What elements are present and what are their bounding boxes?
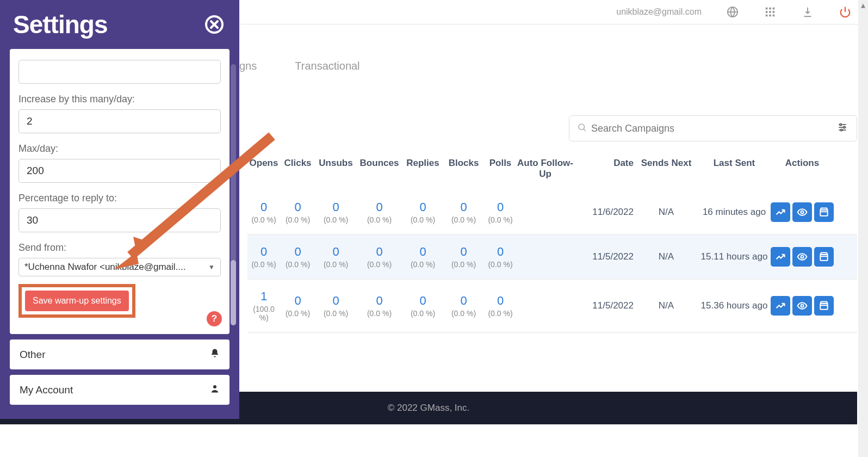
power-icon[interactable] (839, 5, 852, 18)
svg-rect-7 (773, 11, 775, 13)
svg-point-17 (844, 126, 845, 128)
cell-replies[interactable]: 0(0.0 %) (402, 245, 443, 269)
max-input[interactable] (18, 159, 221, 183)
svg-point-18 (841, 129, 842, 131)
svg-rect-4 (773, 8, 775, 10)
increase-input[interactable] (18, 109, 221, 133)
close-button[interactable] (204, 15, 224, 34)
table-row: 0(0.0 %)0(0.0 %)0(0.0 %)0(0.0 %)0(0.0 %)… (247, 235, 857, 280)
svg-rect-2 (766, 8, 768, 10)
cell-last-sent: 16 minutes ago (699, 207, 770, 218)
col-lastsent[interactable]: Last Sent (699, 158, 770, 180)
cell-actions (770, 202, 835, 222)
archive-action-icon[interactable] (814, 296, 834, 316)
cell-date: 11/6/2022 (574, 207, 634, 218)
svg-line-12 (584, 129, 586, 131)
cell-bounces[interactable]: 0(0.0 %) (356, 294, 402, 318)
scroll-up-icon[interactable]: ▴ (858, 0, 868, 10)
save-warmup-button[interactable]: Save warm-up settings (25, 291, 129, 311)
max-label: Max/day: (18, 143, 221, 155)
search-box[interactable] (569, 115, 857, 141)
cell-blocks[interactable]: 0(0.0 %) (443, 245, 484, 269)
svg-point-19 (801, 211, 804, 214)
cell-blocks[interactable]: 0(0.0 %) (443, 200, 484, 224)
tab-campaigns[interactable]: gns (239, 49, 257, 83)
cell-bounces[interactable]: 0(0.0 %) (356, 245, 402, 269)
stats-action-icon[interactable] (771, 296, 790, 316)
cell-sends-next: N/A (634, 207, 699, 218)
pct-input[interactable] (18, 208, 221, 232)
svg-rect-10 (773, 15, 775, 17)
cell-opens[interactable]: 1(100.0 %) (247, 289, 280, 322)
table-row: 1(100.0 %)0(0.0 %)0(0.0 %)0(0.0 %)0(0.0 … (247, 280, 857, 333)
col-blocks[interactable]: Blocks (443, 158, 484, 180)
from-select[interactable]: *Uchenna Nwafor <unikblaze@gmail.... ▼ (18, 258, 221, 276)
svg-point-28 (213, 385, 216, 388)
col-polls[interactable]: Polls (484, 158, 517, 180)
page-scrollbar[interactable]: ▴ (858, 0, 868, 457)
cell-date: 11/5/2022 (574, 300, 634, 311)
settings-body: Increase by this many/day: Max/day: Perc… (10, 49, 230, 334)
col-replies[interactable]: Replies (402, 158, 443, 180)
view-action-icon[interactable] (792, 202, 812, 222)
filter-icon[interactable] (837, 122, 849, 135)
col-date[interactable]: Date (574, 158, 634, 180)
svg-point-11 (579, 124, 585, 130)
download-icon[interactable] (801, 5, 814, 18)
grid-icon[interactable] (764, 5, 777, 18)
user-email: unikblaze@gmail.com (616, 7, 702, 17)
cell-opens[interactable]: 0(0.0 %) (247, 200, 280, 224)
stats-action-icon[interactable] (771, 247, 790, 267)
top-field[interactable] (18, 60, 221, 84)
cell-unsubs[interactable]: 0(0.0 %) (315, 294, 356, 318)
accordion-other[interactable]: Other (10, 339, 230, 369)
table-row: 0(0.0 %)0(0.0 %)0(0.0 %)0(0.0 %)0(0.0 %)… (247, 190, 857, 235)
cell-polls[interactable]: 0(0.0 %) (484, 245, 517, 269)
cell-bounces[interactable]: 0(0.0 %) (356, 200, 402, 224)
archive-action-icon[interactable] (814, 247, 834, 267)
cell-unsubs[interactable]: 0(0.0 %) (315, 245, 356, 269)
panel-scrollbar-thumb[interactable] (231, 260, 236, 325)
search-icon (577, 122, 587, 134)
cell-polls[interactable]: 0(0.0 %) (484, 200, 517, 224)
tab-bar: gns Transactional (239, 49, 360, 83)
col-opens[interactable]: Opens (247, 158, 280, 180)
svg-rect-24 (820, 304, 827, 310)
search-input[interactable] (591, 123, 830, 134)
svg-rect-22 (820, 255, 827, 261)
svg-point-16 (840, 123, 841, 125)
accordion-other-label: Other (20, 349, 46, 361)
view-action-icon[interactable] (792, 296, 812, 316)
panel-scrollbar[interactable] (231, 64, 236, 325)
from-select-value: *Uchenna Nwafor <unikblaze@gmail.... (24, 262, 186, 273)
help-icon[interactable]: ? (207, 311, 222, 326)
table-header: Opens Clicks Unsubs Bounces Replies Bloc… (247, 152, 857, 190)
cell-opens[interactable]: 0(0.0 %) (247, 245, 280, 269)
cell-blocks[interactable]: 0(0.0 %) (443, 294, 484, 318)
cell-polls[interactable]: 0(0.0 %) (484, 294, 517, 318)
globe-icon[interactable] (726, 5, 739, 18)
bell-icon (210, 348, 220, 361)
col-bounces[interactable]: Bounces (356, 158, 402, 180)
from-label: Send from: (18, 242, 221, 254)
cell-replies[interactable]: 0(0.0 %) (402, 200, 443, 224)
cell-clicks[interactable]: 0(0.0 %) (280, 245, 315, 269)
archive-action-icon[interactable] (814, 202, 834, 222)
svg-point-21 (801, 256, 804, 258)
svg-rect-6 (769, 11, 771, 13)
tab-transactional[interactable]: Transactional (295, 49, 359, 83)
cell-actions (770, 247, 835, 267)
cell-clicks[interactable]: 0(0.0 %) (280, 294, 315, 318)
accordion-account[interactable]: My Account (10, 375, 230, 405)
col-followup[interactable]: Auto Follow-Up (517, 158, 574, 180)
col-clicks[interactable]: Clicks (280, 158, 315, 180)
col-unsubs[interactable]: Unsubs (315, 158, 356, 180)
cell-clicks[interactable]: 0(0.0 %) (280, 200, 315, 224)
col-sends[interactable]: Sends Next (634, 158, 699, 180)
cell-unsubs[interactable]: 0(0.0 %) (315, 200, 356, 224)
stats-action-icon[interactable] (771, 202, 790, 222)
annotation-highlight: Save warm-up settings (18, 284, 135, 318)
campaigns-table: Opens Clicks Unsubs Bounces Replies Bloc… (247, 152, 857, 333)
view-action-icon[interactable] (792, 247, 812, 267)
cell-replies[interactable]: 0(0.0 %) (402, 294, 443, 318)
